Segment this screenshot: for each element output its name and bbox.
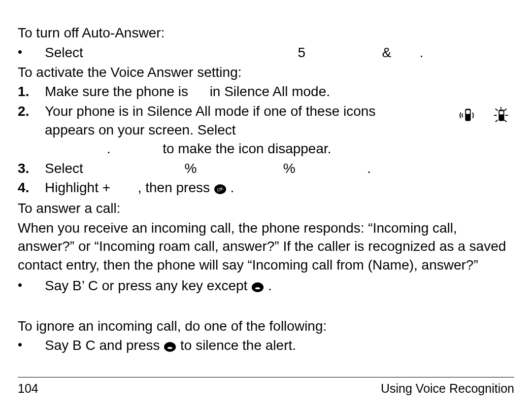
svg-line-5	[496, 109, 498, 111]
step4-a: Highlight +	[45, 180, 110, 195]
auto-off-amp: &	[382, 45, 392, 60]
svg-point-16	[167, 347, 172, 349]
heading-answer: To answer a call:	[18, 199, 514, 218]
section-title: Using Voice Recognition	[381, 380, 514, 397]
answer-paragraph: When you receive an incoming call, the p…	[18, 219, 514, 274]
step-number: 2.	[18, 102, 45, 121]
bullet-answer: • Say B’ C or press any key except .	[18, 276, 514, 296]
bullet-marker: •	[18, 43, 45, 61]
answer-bullet-a: Say B’ C or press any key except	[45, 278, 247, 293]
auto-off-five: 5	[298, 45, 305, 60]
bullet-marker: •	[18, 336, 45, 353]
phone-ring-icon	[492, 106, 510, 130]
heading-auto-off: To turn off Auto-Answer:	[18, 24, 514, 42]
step2-tail: to make the icon disappear.	[163, 141, 331, 156]
ok-key-icon: OK	[214, 179, 227, 198]
bullet-ignore: • Say B C and press to silence the alert…	[18, 336, 514, 356]
svg-rect-3	[499, 111, 503, 115]
step-3: 3. Select % % .	[18, 159, 514, 178]
step1-a: Make sure the phone is	[45, 84, 188, 99]
step-number: 3.	[18, 159, 45, 178]
page-number: 104	[18, 380, 38, 397]
bullet-marker: •	[18, 276, 45, 294]
svg-line-10	[504, 120, 507, 122]
step-1: 1. Make sure the phone is in Silence All…	[18, 82, 514, 101]
step-2: 2. Your phone is in Silence All mode if …	[18, 102, 514, 158]
step3-select: Select	[45, 161, 83, 176]
ignore-bullet-b: to silence the alert.	[180, 338, 296, 353]
svg-line-6	[504, 109, 507, 111]
step-number: 4.	[18, 178, 45, 197]
phone-vibrate-icon	[458, 106, 477, 130]
auto-off-select: Select	[45, 45, 83, 60]
step3-pct1: %	[184, 161, 197, 176]
end-key-icon	[164, 337, 176, 356]
answer-bullet-dot: .	[268, 278, 272, 293]
svg-point-14	[255, 287, 260, 289]
svg-rect-1	[466, 110, 470, 114]
step3-pct2: %	[283, 161, 296, 176]
end-key-icon	[251, 277, 264, 296]
step-4: 4. Highlight + , then press OK .	[18, 178, 514, 198]
step2-line1: Your phone is in Silence All mode if one…	[45, 103, 375, 119]
page-footer: 104 Using Voice Recognition	[18, 377, 514, 397]
step3-dot: .	[367, 161, 371, 176]
auto-off-dot: .	[420, 45, 424, 60]
heading-activate: To activate the Voice Answer setting:	[18, 63, 514, 82]
step4-dot: .	[231, 180, 234, 195]
svg-line-9	[496, 120, 498, 122]
step-number: 1.	[18, 82, 45, 101]
ignore-bullet-a: Say B C and press	[45, 338, 160, 353]
bullet-auto-off: • Select 5 & .	[18, 43, 514, 62]
heading-ignore: To ignore an incoming call, do one of th…	[18, 317, 514, 336]
step2-line2: appears on your screen. Select	[45, 122, 236, 137]
step2-dot: .	[107, 141, 111, 156]
step1-b: in Silence All mode.	[210, 84, 330, 99]
step4-b: , then press	[138, 180, 210, 195]
